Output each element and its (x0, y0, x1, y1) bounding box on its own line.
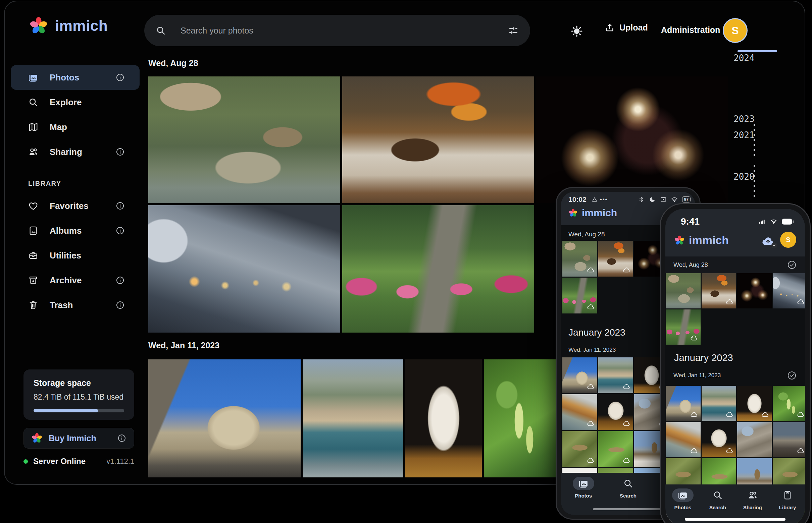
photo-fireworks[interactable] (737, 273, 772, 308)
info-icon[interactable] (116, 226, 125, 235)
sidebar-item-albums[interactable]: Albums (11, 218, 140, 243)
date-group-header: Wed, Aug 28 (148, 58, 198, 68)
cloud-backup-icon (587, 456, 594, 464)
storage-card: Storage space 82.4 TiB of 115.1 TiB used (23, 369, 134, 420)
photo-fortress[interactable] (148, 359, 301, 477)
photo-green-fruit[interactable] (773, 386, 805, 421)
photo-zoo-monkeys[interactable] (666, 273, 701, 308)
status-time: 9:41 (681, 216, 699, 227)
scrubber-tick-dots (754, 124, 755, 156)
app-logo: immich (568, 207, 617, 219)
wifi-icon (770, 218, 778, 225)
photo-lizard-moss[interactable] (598, 431, 633, 467)
photo-zoo-monkeys[interactable] (148, 76, 340, 203)
photo-holding-hands[interactable] (148, 205, 340, 332)
cloud-backup-icon (587, 382, 594, 391)
info-icon[interactable] (116, 275, 125, 285)
home-indicator[interactable] (593, 508, 663, 510)
photo-lizard-log[interactable] (563, 431, 597, 467)
app-version: v1.112.1 (106, 457, 134, 466)
sidebar-item-photos[interactable]: Photos (11, 65, 140, 90)
sidebar-item-explore[interactable]: Explore (11, 90, 140, 115)
photo-holding-hands[interactable] (773, 273, 805, 308)
sidebar-item-label: Explore (50, 97, 82, 108)
photo-fortress[interactable] (563, 357, 597, 393)
info-icon[interactable] (116, 73, 125, 82)
photo-fortress-dark[interactable] (773, 422, 805, 457)
photo-autumn-park[interactable] (342, 205, 534, 332)
sidebar-item-utilities[interactable]: Utilities (11, 243, 140, 268)
tab-label: Photos (575, 493, 592, 499)
tab-photos[interactable]: Photos (561, 473, 606, 499)
select-all-check-icon[interactable] (787, 371, 797, 380)
tab-photos[interactable]: Photos (666, 484, 700, 510)
search-icon (617, 477, 639, 490)
tab-search[interactable]: Search (700, 484, 735, 510)
photo-marble-bust[interactable] (737, 386, 772, 421)
photo-marble-sculpture[interactable] (702, 422, 736, 457)
sidebar-item-archive[interactable]: Archive (11, 268, 140, 293)
photo-autumn-park[interactable] (666, 309, 701, 345)
photo-green-fruit[interactable] (484, 359, 560, 477)
photo-stone-ruins[interactable] (737, 422, 772, 457)
photo-fortress-sea[interactable] (598, 357, 633, 393)
sim-card-icon (660, 196, 667, 203)
sidebar-item-favorites[interactable]: Favorites (11, 194, 140, 218)
month-header: January 2023 (674, 353, 733, 363)
photo-fortress-sea[interactable] (702, 386, 736, 421)
buy-immich-button[interactable]: Buy Immich (23, 428, 134, 449)
photo-marble-bust[interactable] (405, 359, 482, 477)
photo-dinner-table[interactable] (702, 273, 736, 308)
tab-search[interactable]: Search (606, 473, 650, 499)
user-avatar[interactable]: S (780, 232, 796, 248)
select-all-check-icon[interactable] (787, 260, 797, 270)
signal-icon (757, 218, 767, 225)
photo-fortress-sea[interactable] (303, 359, 403, 477)
info-icon[interactable] (116, 201, 125, 211)
cloud-backup-icon (797, 298, 805, 306)
month-header: January 2023 (568, 327, 625, 338)
library-icon (777, 488, 798, 502)
photo-beach-cliff[interactable] (666, 422, 701, 457)
search-bar[interactable]: Search your photos (144, 15, 530, 46)
administration-link[interactable]: Administration (659, 25, 722, 35)
sidebar-item-trash[interactable]: Trash (11, 293, 140, 318)
home-indicator[interactable] (685, 518, 785, 521)
photo-fortress[interactable] (666, 386, 701, 421)
iphone-mockup: 9:41 immich S Wed, Aug 28 (660, 203, 811, 523)
archive-icon (28, 275, 38, 285)
photo-autumn-park[interactable] (563, 277, 597, 313)
photo-fireworks[interactable] (536, 76, 728, 203)
sidebar-item-map[interactable]: Map (11, 115, 140, 140)
scrubber-year-2020[interactable]: 2020 (733, 172, 755, 182)
photo-dinner-table[interactable] (342, 76, 534, 203)
theme-toggle-sun-icon[interactable] (570, 25, 583, 38)
info-icon[interactable] (116, 147, 125, 157)
filter-sliders-icon[interactable] (508, 25, 519, 36)
sidebar-item-sharing[interactable]: Sharing (11, 140, 140, 164)
app-logo[interactable]: immich (29, 16, 108, 36)
info-icon[interactable] (116, 301, 125, 310)
scrubber-year-2024[interactable]: 2024 (733, 53, 755, 63)
photo-grid-row (148, 76, 728, 203)
scrubber-year-2023[interactable]: 2023 (733, 114, 755, 124)
cloud-upload-icon[interactable] (760, 234, 776, 248)
scrubber-year-2021[interactable]: 2021 (733, 130, 755, 140)
photo-beach-cliff[interactable] (563, 394, 597, 430)
photo-zoo-monkeys[interactable] (563, 241, 597, 276)
sync-check-badge (772, 242, 777, 249)
photo-dinner-table[interactable] (598, 241, 633, 276)
photo-marble-sculpture[interactable] (598, 394, 633, 430)
tab-library[interactable]: Library (770, 484, 805, 510)
photos-icon (573, 477, 594, 490)
info-icon[interactable] (117, 433, 126, 443)
tab-sharing[interactable]: Sharing (735, 484, 770, 510)
upload-button[interactable]: Upload (603, 22, 650, 33)
sidebar: PhotosExploreMapSharing LIBRARY Favorite… (5, 52, 145, 484)
sidebar-item-label: Photos (50, 72, 79, 83)
app-logo: immich (674, 234, 729, 247)
sidebar-main-list: PhotosExploreMapSharing (5, 52, 145, 164)
album-icon (28, 226, 38, 236)
sidebar-item-label: Archive (50, 275, 82, 286)
search-icon (28, 97, 38, 107)
